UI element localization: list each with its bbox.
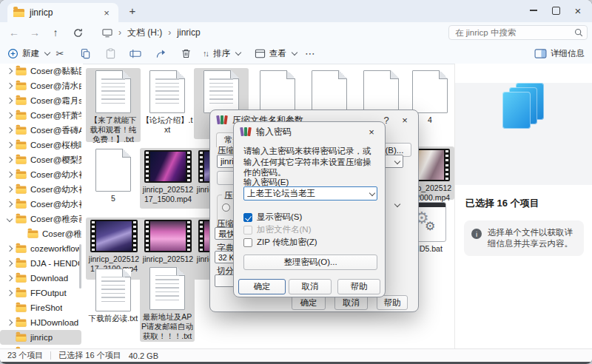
ok-button[interactable]: 确定 bbox=[238, 279, 286, 294]
sidebar-item[interactable]: DJA - HENDOON bbox=[0, 256, 81, 271]
chevron-right-icon[interactable] bbox=[7, 260, 13, 266]
file-tile[interactable]: 最新地址及APP请发邮箱自动获取！！！.txt bbox=[140, 265, 195, 342]
selection-count: 已选择 16 个项目 bbox=[58, 350, 121, 361]
file-tile[interactable]: jinricp_20251217_1500.mp4 bbox=[140, 148, 196, 209]
close-icon[interactable]: × bbox=[365, 127, 378, 138]
help-button[interactable]: 帮助 bbox=[377, 295, 408, 310]
sidebar-item[interactable]: Coser@黏黏团子 bbox=[0, 64, 81, 78]
folder-icon bbox=[16, 200, 27, 208]
chevron-down-icon[interactable] bbox=[394, 201, 400, 207]
sidebar-item[interactable]: Coser@轩萧学姐 bbox=[0, 108, 81, 123]
folder-icon bbox=[16, 289, 27, 297]
sidebar-item[interactable]: FireShot bbox=[0, 300, 81, 315]
chevron-right-icon[interactable] bbox=[7, 320, 13, 326]
info-icon: i bbox=[471, 229, 482, 239]
chevron-right-icon[interactable] bbox=[7, 157, 13, 163]
file-tile[interactable]: 下载前必读.txt bbox=[86, 266, 141, 326]
file-name: jinricp_20251217_1500.mp4 bbox=[140, 185, 196, 204]
password-input[interactable] bbox=[243, 186, 377, 200]
encrypt-filenames-label: 加密文件名(N) bbox=[257, 224, 311, 235]
sidebar-item[interactable]: cozeworkflows-n bbox=[0, 241, 81, 256]
blank-file-icon bbox=[260, 70, 295, 113]
file-name: 最新地址及APP请发邮箱自动获取！！！.txt bbox=[140, 312, 195, 341]
chevron-right-icon[interactable] bbox=[7, 246, 13, 252]
sidebar-item-label: Download bbox=[30, 274, 68, 283]
checkbox-icon bbox=[243, 226, 252, 235]
selection-count-title: 已选择 16 个项目 bbox=[455, 185, 592, 210]
file-tile[interactable]: 【论坛介绍】.txt bbox=[140, 68, 195, 127]
selection-preview bbox=[455, 83, 592, 185]
cancel-button[interactable]: 取消 bbox=[289, 279, 332, 294]
chevron-right-icon[interactable] bbox=[7, 290, 13, 296]
sidebar: Coser@黏黏团子Coser@清水由乃Coser@霜月shimCoser@轩萧… bbox=[0, 64, 83, 350]
zip-legacy-label: ZIP 传统加密(Z) bbox=[257, 237, 317, 248]
sidebar-item[interactable]: Coser@稚奈画册 bbox=[0, 212, 81, 226]
chevron-right-icon[interactable] bbox=[7, 201, 13, 207]
sidebar-item[interactable]: Coser@幼水衿衣 bbox=[0, 197, 81, 212]
sidebar-item-label: Coser@幼水衿衣 bbox=[30, 184, 81, 195]
sidebar-item-label: Coser@香磚Astra bbox=[30, 125, 81, 136]
sidebar-item[interactable]: Coser@桜桃喵 - 1 bbox=[0, 138, 81, 152]
chevron-right-icon[interactable] bbox=[7, 275, 13, 281]
sidebar-item[interactable]: Download bbox=[0, 271, 81, 286]
text-file-icon bbox=[95, 70, 131, 113]
folder-icon bbox=[16, 67, 27, 75]
sidebar-item[interactable]: Coser@清水由乃 bbox=[0, 78, 81, 93]
close-icon[interactable]: × bbox=[398, 115, 411, 126]
stacked-files-icon bbox=[502, 83, 545, 132]
sidebar-item[interactable]: Coser@香磚Astra bbox=[0, 123, 81, 138]
folder-icon bbox=[16, 245, 27, 252]
folder-icon bbox=[16, 112, 27, 119]
file-name: 【来了就能下载和观看！纯免费！】.txt bbox=[86, 115, 141, 144]
sidebar-item[interactable]: Coser@幼水衿衣 bbox=[0, 167, 81, 182]
cancel-button[interactable]: 取消 bbox=[334, 295, 368, 310]
chevron-right-icon[interactable] bbox=[7, 112, 13, 118]
password-instruction: 请输入主密码来获得密码记录，或输入任何其它字符串来设置压缩操作的密码。 bbox=[243, 146, 377, 178]
chevron-right-icon[interactable] bbox=[7, 186, 13, 192]
sidebar-item-label: FireShot bbox=[30, 303, 62, 312]
sidebar-item-label: Coser@轩萧学姐 bbox=[30, 110, 81, 121]
item-count: 23 个项目 bbox=[7, 350, 43, 361]
rar-format-radio[interactable] bbox=[222, 203, 230, 212]
file-name: 【论坛介绍】.txt bbox=[140, 115, 195, 135]
organize-passwords-button[interactable]: 整理密码(O)... bbox=[243, 255, 377, 270]
sidebar-scrollbar[interactable] bbox=[79, 244, 81, 289]
details-hint: i 选择单个文件以获取详细信息并共享云内容。 bbox=[464, 220, 584, 256]
text-file-icon bbox=[204, 70, 239, 113]
blank-file-icon bbox=[95, 149, 131, 192]
password-dialog-titlebar[interactable]: 输入密码 × bbox=[234, 122, 385, 141]
sidebar-item[interactable]: Coser@稚奈画册 bbox=[0, 226, 81, 241]
folder-icon bbox=[16, 141, 27, 149]
chevron-down-icon[interactable] bbox=[7, 216, 13, 222]
chevron-right-icon[interactable] bbox=[7, 127, 13, 133]
sidebar-list: Coser@黏黏团子Coser@清水由乃Coser@霜月shimCoser@轩萧… bbox=[0, 64, 83, 350]
sidebar-item[interactable]: jinricp bbox=[0, 330, 81, 345]
folder-icon bbox=[16, 127, 27, 134]
sidebar-item-label: Coser@幼水衿衣 bbox=[30, 169, 81, 181]
sidebar-item-label: FFOutput bbox=[30, 289, 67, 297]
file-tile[interactable]: 【来了就能下载和观看！纯免费！】.txt bbox=[86, 68, 141, 142]
sidebar-item-label: Coser@清水由乃 bbox=[30, 81, 81, 92]
chevron-right-icon[interactable] bbox=[7, 68, 13, 74]
file-tile[interactable]: 5 bbox=[86, 146, 141, 207]
folder-icon bbox=[16, 274, 27, 282]
show-password-checkbox[interactable]: 显示密码(S) bbox=[243, 212, 302, 223]
ok-button[interactable]: 确定 bbox=[292, 295, 326, 310]
chevron-right-icon[interactable] bbox=[7, 142, 13, 148]
folder-icon bbox=[16, 215, 27, 223]
zip-legacy-checkbox[interactable]: ZIP 传统加密(Z) bbox=[243, 237, 317, 248]
sidebar-item-label: cozeworkflows-n bbox=[30, 244, 81, 253]
chevron-right-icon[interactable] bbox=[7, 172, 13, 178]
chevron-right-icon[interactable] bbox=[7, 98, 13, 104]
chevron-right-icon[interactable] bbox=[7, 83, 13, 89]
winrar-icon bbox=[217, 115, 227, 124]
sidebar-item[interactable]: Coser@霜月shim bbox=[0, 93, 81, 108]
sidebar-item[interactable]: Coser@幼水衿衣 bbox=[0, 182, 81, 197]
sidebar-item[interactable]: FFOutput bbox=[0, 286, 81, 300]
folder-icon bbox=[16, 260, 27, 267]
sidebar-item[interactable]: HJDownload bbox=[0, 315, 81, 330]
sidebar-item[interactable]: Coser@樱梨梨 - 4 bbox=[0, 152, 81, 167]
sidebar-item-label: Coser@黏黏团子 bbox=[30, 66, 81, 77]
sidebar-item-label: Coser@稚奈画册 bbox=[42, 229, 81, 240]
help-button[interactable]: 帮助 bbox=[337, 279, 380, 294]
